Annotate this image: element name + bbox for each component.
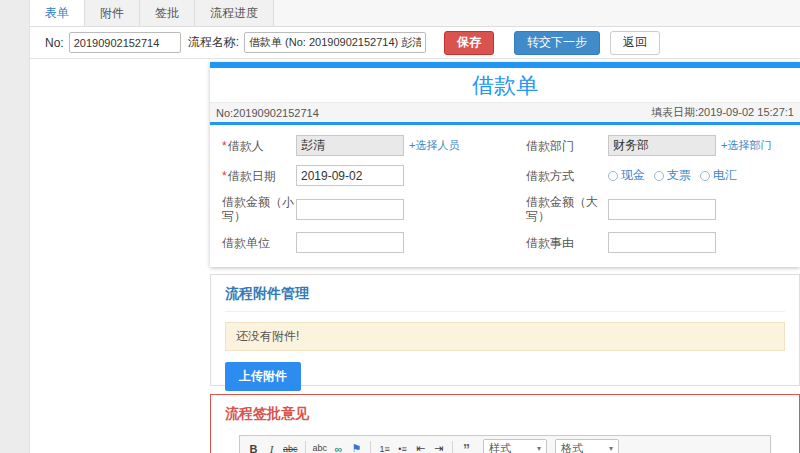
radio-icon (608, 171, 618, 181)
process-name-input[interactable] (244, 32, 426, 53)
borrower-input[interactable] (296, 135, 404, 156)
bold-button[interactable]: B (245, 440, 262, 453)
strikethrough-button[interactable]: abc (281, 440, 300, 453)
no-label: No: (45, 36, 64, 50)
style-select[interactable]: 样式 ▾ (483, 439, 547, 453)
chevron-down-icon: ▾ (609, 444, 613, 453)
spellcheck-icon[interactable]: abc (311, 442, 330, 453)
tab-attachments[interactable]: 附件 (85, 0, 140, 26)
reason-input[interactable] (608, 232, 716, 253)
toolbar-separator (370, 441, 371, 453)
method-label: 借款方式 (526, 169, 608, 183)
approval-title: 流程签批意见 (225, 405, 785, 423)
unit-input[interactable] (296, 232, 404, 253)
link-icon[interactable]: ∞ (330, 440, 347, 453)
select-person-link[interactable]: +选择人员 (409, 138, 459, 153)
back-button[interactable]: 返回 (610, 31, 660, 55)
no-attachment-notice: 还没有附件! (225, 322, 785, 351)
dept-label: 借款部门 (526, 139, 608, 153)
required-asterisk: * (222, 139, 227, 153)
form-info-bar: No:20190902152714 填表日期:2019-09-02 15:27:… (210, 102, 800, 122)
next-step-button[interactable]: 转交下一步 (514, 31, 600, 55)
italic-button[interactable]: I (263, 440, 280, 453)
tab-progress[interactable]: 流程进度 (195, 0, 274, 26)
method-field: 现金 支票 电汇 (608, 167, 788, 184)
unit-label: 借款单位 (222, 236, 296, 250)
radio-icon (700, 171, 710, 181)
numbered-list-icon[interactable]: 1≡ (376, 440, 393, 453)
amount-upper-field (608, 199, 788, 220)
toolbar-separator (305, 441, 306, 453)
no-input[interactable] (69, 32, 181, 53)
toolbar: No: 流程名称: 保存 转交下一步 返回 (30, 27, 800, 59)
rich-text-editor: B I abc abc ∞ ⚑ 1≡ •≡ ⇤ ⇥ ” 样式 ▾ 格式 ▾ (239, 435, 771, 453)
chevron-down-icon: ▾ (537, 444, 541, 453)
borrower-label: *借款人 (222, 139, 296, 153)
editor-toolbar: B I abc abc ∞ ⚑ 1≡ •≡ ⇤ ⇥ ” 样式 ▾ 格式 ▾ (240, 436, 770, 453)
unit-field (296, 232, 526, 253)
left-gutter (0, 0, 30, 453)
borrow-date-field (296, 165, 526, 186)
flag-icon[interactable]: ⚑ (348, 440, 365, 453)
radio-icon (654, 171, 664, 181)
form-date-text: 填表日期:2019-09-02 15:27:1 (651, 105, 794, 120)
outdent-icon[interactable]: ⇤ (412, 440, 429, 453)
amount-lower-input[interactable] (296, 199, 404, 220)
tab-approval[interactable]: 签批 (140, 0, 195, 26)
borrower-field: +选择人员 (296, 135, 526, 156)
borrow-date-label: *借款日期 (222, 169, 296, 183)
required-asterisk: * (222, 169, 227, 183)
loan-form-panel: 借款单 No:20190902152714 填表日期:2019-09-02 15… (210, 62, 800, 267)
format-select[interactable]: 格式 ▾ (555, 439, 619, 453)
blockquote-icon[interactable]: ” (458, 440, 475, 453)
tab-form[interactable]: 表单 (30, 0, 85, 26)
reason-label: 借款事由 (526, 236, 608, 250)
form-no-text: No:20190902152714 (216, 107, 319, 119)
bullet-list-icon[interactable]: •≡ (394, 440, 411, 453)
upload-attachment-button[interactable]: 上传附件 (225, 362, 301, 391)
toolbar-separator (452, 441, 453, 453)
amount-upper-input[interactable] (608, 199, 716, 220)
reason-field (608, 232, 788, 253)
radio-option-cash[interactable]: 现金 (608, 167, 645, 184)
radio-option-wire[interactable]: 电汇 (700, 167, 737, 184)
form-title: 借款单 (210, 68, 800, 102)
amount-lower-field (296, 199, 526, 220)
process-name-label: 流程名称: (188, 34, 239, 51)
amount-upper-label: 借款金额（大写） (526, 195, 608, 223)
form-grid: *借款人 +选择人员 借款部门 +选择部门 *借款日期 借款方式 现金 支票 电… (210, 125, 800, 263)
attachment-title: 流程附件管理 (225, 285, 785, 312)
attachment-panel: 流程附件管理 还没有附件! 上传附件 (210, 274, 800, 386)
tab-bar: 表单 附件 签批 流程进度 (30, 0, 800, 27)
radio-option-check[interactable]: 支票 (654, 167, 691, 184)
save-button[interactable]: 保存 (444, 31, 494, 55)
indent-icon[interactable]: ⇥ (430, 440, 447, 453)
borrow-date-input[interactable] (296, 165, 404, 186)
select-dept-link[interactable]: +选择部门 (721, 138, 771, 153)
style-select-label: 样式 (489, 441, 511, 453)
amount-lower-label: 借款金额（小写） (222, 195, 296, 223)
dept-field: +选择部门 (608, 135, 788, 156)
approval-panel: 流程签批意见 B I abc abc ∞ ⚑ 1≡ •≡ ⇤ ⇥ ” 样式 ▾ … (210, 394, 800, 453)
format-select-label: 格式 (561, 441, 583, 453)
dept-input[interactable] (608, 135, 716, 156)
